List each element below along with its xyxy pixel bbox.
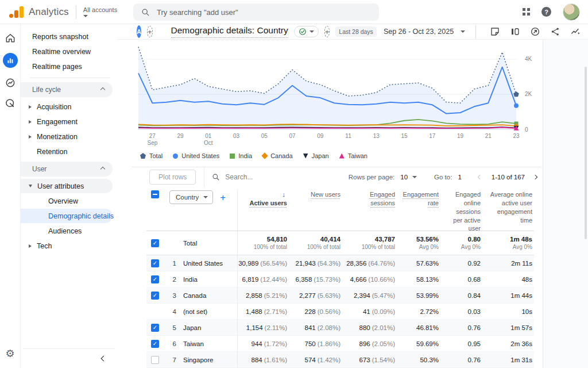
sidebar-item-user-attributes[interactable]: User attributes bbox=[21, 179, 113, 193]
metric-cell: 0.76 bbox=[439, 324, 481, 331]
sidebar-item-realtime-overview[interactable]: Realtime overview bbox=[21, 44, 113, 59]
sidebar-item-audiences[interactable]: Audiences bbox=[21, 224, 113, 238]
sidebar-item-acquisition[interactable]: Acquisition bbox=[21, 99, 113, 114]
svg-text:4K: 4K bbox=[525, 56, 532, 62]
sidebar-item-engagement[interactable]: Engagement bbox=[21, 114, 113, 129]
select-all-checkbox[interactable] bbox=[151, 190, 159, 198]
sidebar-item-realtime-pages[interactable]: Realtime pages bbox=[21, 59, 113, 74]
legend-item[interactable]: United States bbox=[173, 152, 219, 159]
scrollbar[interactable] bbox=[585, 67, 587, 239]
user-avatar[interactable] bbox=[563, 3, 580, 21]
sidebar-item-demographic-details[interactable]: Demographic details bbox=[21, 209, 113, 223]
prev-page-button[interactable] bbox=[474, 171, 486, 183]
sidebar-item-retention[interactable]: Retention bbox=[21, 144, 113, 159]
column-header[interactable]: Engaged sessions bbox=[341, 190, 396, 208]
account-switcher[interactable]: All accounts bbox=[83, 6, 117, 17]
next-page-button[interactable] bbox=[529, 171, 541, 183]
report-status-badge[interactable] bbox=[294, 26, 319, 37]
insights-icon[interactable] bbox=[570, 26, 581, 37]
sidebar-item-tech[interactable]: Tech bbox=[21, 239, 113, 253]
column-header[interactable]: Average online active user engagement ti… bbox=[481, 190, 533, 224]
chevron-down-icon[interactable] bbox=[461, 30, 465, 33]
add-dimension-button[interactable]: + bbox=[220, 193, 226, 202]
date-range-picker[interactable]: Sep 26 - Oct 23, 2025 bbox=[384, 28, 454, 36]
report-header: A + Demographic details: Country + Last … bbox=[117, 24, 588, 39]
timeseries-chart[interactable]: 02K4K27Sep2901Oct0305070911131517192123 bbox=[138, 44, 540, 150]
goto-page-input[interactable]: 1 bbox=[458, 174, 461, 181]
row-rank: 6 bbox=[164, 340, 176, 347]
legend-item[interactable]: Japan bbox=[303, 152, 329, 159]
explore-report-icon[interactable] bbox=[530, 26, 540, 37]
row-country: (not set) bbox=[176, 308, 237, 315]
metric-cell: 6,358(15.73%) bbox=[288, 276, 341, 283]
reports-icon[interactable] bbox=[3, 53, 18, 68]
comparisons-icon[interactable] bbox=[510, 26, 520, 37]
nav-rail: ⚙ bbox=[0, 24, 21, 368]
chevron-down-icon[interactable] bbox=[412, 176, 417, 178]
metric-cell: 841(2.08%) bbox=[288, 324, 341, 331]
row-checkbox[interactable] bbox=[151, 356, 159, 364]
chevron-down-icon bbox=[203, 196, 208, 198]
customize-report-button[interactable]: + bbox=[324, 26, 330, 37]
section-life-cycle[interactable]: Life cycle bbox=[21, 82, 113, 97]
apps-grid-icon[interactable] bbox=[523, 8, 530, 16]
row-checkbox[interactable] bbox=[151, 259, 159, 267]
row-checkbox[interactable] bbox=[151, 324, 159, 332]
table-search-input[interactable]: Search... bbox=[204, 167, 348, 187]
legend-item[interactable]: Canada bbox=[262, 152, 293, 159]
legend-label: Taiwan bbox=[348, 152, 368, 159]
metric-cell: 6,819(12.44%) bbox=[237, 271, 288, 287]
svg-text:05: 05 bbox=[261, 133, 268, 139]
svg-text:01: 01 bbox=[205, 133, 212, 139]
sidebar-collapse[interactable] bbox=[23, 348, 115, 368]
legend-item[interactable]: India bbox=[230, 152, 252, 159]
metric-cell: 50.3% bbox=[396, 356, 439, 363]
page-title[interactable]: Demographic details: Country bbox=[171, 25, 288, 38]
global-search-input[interactable]: Try searching "add user" bbox=[133, 3, 379, 21]
property-chip[interactable]: A bbox=[137, 25, 141, 38]
total-metric-cell: 0.80Avg 0% bbox=[439, 236, 481, 250]
plot-rows-button[interactable]: Plot rows bbox=[149, 170, 196, 185]
section-user[interactable]: User bbox=[21, 162, 113, 177]
total-row-checkbox[interactable] bbox=[151, 239, 159, 247]
add-comparison-button[interactable]: + bbox=[147, 26, 153, 37]
column-header[interactable]: Engaged online sessions per active user bbox=[439, 190, 481, 233]
legend-item[interactable]: Total bbox=[140, 152, 163, 159]
table-row: 1United States30,989(56.54%)21,943(54.3%… bbox=[146, 255, 534, 271]
help-icon[interactable]: ? bbox=[541, 7, 551, 17]
column-header[interactable]: Engagement rate bbox=[396, 190, 439, 208]
notes-icon[interactable] bbox=[490, 26, 500, 37]
sidebar-item-overview[interactable]: Overview bbox=[21, 194, 113, 208]
row-checkbox[interactable] bbox=[151, 275, 159, 283]
sidebar-item-reports-snapshot[interactable]: Reports snapshot bbox=[21, 29, 113, 44]
row-checkbox[interactable] bbox=[151, 340, 159, 348]
advertising-icon[interactable] bbox=[5, 98, 16, 109]
sidebar-item-monetization[interactable]: Monetization bbox=[21, 129, 113, 144]
share-icon[interactable] bbox=[550, 26, 560, 37]
admin-gear-icon[interactable]: ⚙ bbox=[5, 348, 14, 359]
table-header-row: Country + ↓Active usersNew usersEngaged … bbox=[146, 186, 534, 231]
metric-cell: 2m 36s bbox=[481, 340, 533, 347]
metric-cell: 58.13% bbox=[396, 276, 439, 283]
legend-item[interactable]: Taiwan bbox=[339, 152, 368, 159]
dimension-selector[interactable]: Country bbox=[169, 190, 213, 204]
row-checkbox[interactable] bbox=[151, 292, 159, 300]
metric-cell: 0.03 bbox=[439, 308, 481, 315]
divider bbox=[76, 5, 76, 19]
home-icon[interactable] bbox=[5, 32, 16, 44]
chart-legend: TotalUnited StatesIndiaCanadaJapanTaiwan bbox=[140, 150, 588, 162]
collapse-arrow-icon bbox=[29, 185, 32, 187]
rows-per-page-label: Rows per page: bbox=[349, 174, 395, 181]
metric-cell: 57.63% bbox=[396, 260, 439, 267]
explore-icon[interactable] bbox=[5, 77, 16, 89]
metric-cell: 2,858(5.21%) bbox=[237, 288, 288, 303]
table-row: 7Singapore884(1.61%)574(1.42%)673(1.54%)… bbox=[146, 352, 534, 368]
metric-cell: 10s bbox=[481, 308, 533, 315]
total-metric-cell: 40,414100% of total bbox=[288, 236, 341, 250]
row-country: Taiwan bbox=[176, 340, 237, 347]
row-country: Japan bbox=[176, 324, 237, 331]
metric-cell: 1,154(2.11%) bbox=[237, 320, 288, 335]
column-header[interactable]: New users bbox=[288, 190, 341, 199]
rows-per-page-value[interactable]: 10 bbox=[400, 174, 408, 181]
column-header[interactable]: ↓Active users bbox=[237, 190, 288, 231]
